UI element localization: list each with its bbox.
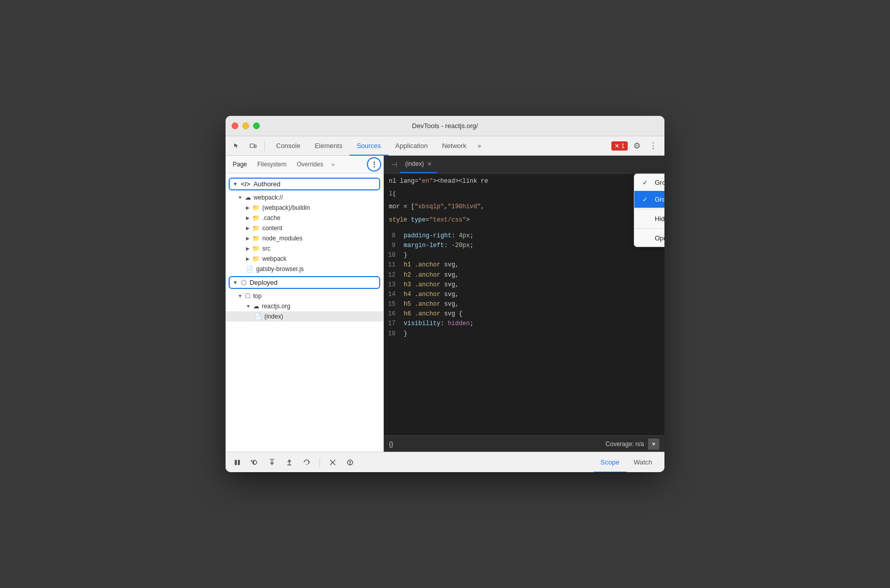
tree-item-node-modules[interactable]: ▶ 📁 node_modules — [226, 233, 383, 243]
file-tree: ▼ </> Authored ▼ ☁ webpack:// ▶ 📁 (webpa… — [226, 174, 383, 452]
tab-console[interactable]: Console — [269, 136, 308, 156]
editor-file-tab[interactable]: (index) ✕ — [400, 156, 437, 173]
code-line-16: 16 h6 .anchor svg { — [384, 309, 664, 319]
menu-label: Open file — [655, 234, 664, 242]
sub-tab-page[interactable]: Page — [228, 156, 252, 173]
watch-tab[interactable]: Watch — [627, 452, 659, 473]
pause-button[interactable] — [231, 456, 244, 469]
page-icon: ☐ — [245, 292, 251, 300]
tab-elements[interactable]: Elements — [308, 136, 350, 156]
tab-close-button[interactable]: ✕ — [427, 161, 432, 167]
tree-item-webpack-buildin[interactable]: ▶ 📁 (webpack)/buildin — [226, 203, 383, 213]
chevron-right-icon: ▶ — [246, 236, 250, 241]
sub-tab-filesystem[interactable]: Filesystem — [252, 156, 291, 173]
fullscreen-button[interactable] — [253, 122, 260, 129]
step-over-button[interactable] — [300, 456, 313, 469]
authored-label: Authored — [254, 180, 281, 188]
three-dot-icon: ⋮ — [370, 160, 378, 168]
checkmark-icon: ✓ — [642, 179, 651, 186]
tab-network[interactable]: Network — [435, 136, 474, 156]
code-line-13: 13 h3 .anchor svg, — [384, 280, 664, 290]
more-button[interactable]: ⋮ — [646, 139, 660, 153]
item-label: gatsby-browser.js — [256, 265, 304, 273]
folder-icon: 📁 — [252, 204, 260, 211]
webpack-node[interactable]: ▼ ☁ webpack:// — [226, 192, 383, 203]
coverage-dropdown-button[interactable]: ▼ — [648, 438, 659, 450]
html-line4: style type="text/css"> — [384, 215, 664, 228]
line-content: h2 .anchor svg, — [402, 271, 664, 280]
code-line-15: 15 h5 .anchor svg, — [384, 300, 664, 309]
item-label: top — [253, 292, 262, 300]
menu-item-group-by-folder[interactable]: ✓ Group by folder — [634, 174, 664, 191]
svg-rect-3 — [238, 460, 240, 465]
chevron-down-icon: ▼ — [238, 195, 242, 200]
devtools-window: DevTools - reactjs.org/ Console Elements… — [226, 116, 664, 472]
folder-icon: 📁 — [252, 214, 260, 222]
subtab-more-button[interactable]: » — [328, 161, 337, 167]
menu-label: Group by Authored/Deployed — [655, 195, 664, 203]
html-line1: nl lang="en"><head><link re — [389, 178, 488, 185]
top-toolbar: Console Elements Sources Application Net… — [226, 136, 664, 156]
deactivate-breakpoints-button[interactable] — [326, 456, 339, 469]
settings-button[interactable]: ⚙ — [630, 139, 644, 153]
step-back-button[interactable] — [248, 456, 261, 469]
inspect-element-icon[interactable] — [230, 139, 244, 153]
tab-more-button[interactable]: » — [474, 136, 485, 156]
tab-sources[interactable]: Sources — [350, 136, 388, 156]
editor-tabs: ⊣ (index) ✕ — [384, 156, 664, 174]
line-content: margin-left: -20px; — [402, 241, 664, 251]
tab-application[interactable]: Application — [388, 136, 435, 156]
tree-item-top[interactable]: ▼ ☐ top — [226, 291, 383, 301]
line-number: 9 — [384, 241, 402, 251]
pause-on-exception-button[interactable] — [343, 456, 357, 469]
bottom-tabs: Scope Watch — [594, 452, 659, 473]
tree-item-src[interactable]: ▶ 📁 src — [226, 243, 383, 254]
tree-item-reactjs-org[interactable]: ▼ ☁ reactjs.org — [226, 301, 383, 311]
tree-item-cache[interactable]: ▶ 📁 .cache — [226, 213, 383, 223]
main-tab-nav: Console Elements Sources Application Net… — [269, 136, 485, 156]
tree-item-gatsby-browser[interactable]: 📄 gatsby-browser.js — [226, 264, 383, 274]
debug-divider — [319, 458, 320, 467]
scope-tab[interactable]: Scope — [594, 452, 627, 473]
step-into-button[interactable] — [265, 456, 279, 469]
chevron-down-icon: ▼ — [233, 181, 238, 187]
menu-item-hide-ignore-listed[interactable]: Hide ignore-listed sources 🏴 — [634, 210, 664, 227]
menu-item-open-file[interactable]: Open file ⌘ P — [634, 230, 664, 247]
line-number: 15 — [384, 300, 402, 309]
error-x-icon: ✕ — [614, 142, 620, 150]
menu-item-group-by-authored[interactable]: ✓ Group by Authored/Deployed 🏴 — [634, 191, 664, 208]
step-out-button[interactable] — [283, 456, 296, 469]
minimize-button[interactable] — [242, 122, 249, 129]
line-content: padding-right: 4px; — [402, 231, 664, 241]
three-dot-menu-button[interactable]: ⋮ — [367, 157, 381, 172]
item-label: src — [262, 245, 270, 252]
authored-section-header[interactable]: ▼ </> Authored — [229, 178, 380, 190]
toggle-sidebar-button[interactable]: ⊣ — [388, 158, 400, 170]
line-number: 16 — [384, 309, 402, 319]
chevron-down-icon: ▼ — [238, 293, 242, 299]
error-badge[interactable]: ✕ 1 — [611, 141, 628, 151]
close-button[interactable] — [232, 122, 238, 129]
sub-tab-overrides[interactable]: Overrides — [291, 156, 328, 173]
sources-subtabs: Page Filesystem Overrides » ⋮ — [226, 156, 383, 174]
device-mode-icon[interactable] — [246, 139, 260, 153]
code-editor[interactable]: nl lang="en"><head><link re l( mor = ["x… — [384, 174, 664, 435]
coverage-label: Coverage: n/a — [606, 440, 644, 448]
code-line-9: 9 margin-left: -20px; — [384, 241, 664, 251]
svg-rect-1 — [255, 145, 256, 148]
line-content: h6 .anchor svg { — [402, 309, 664, 319]
format-button[interactable]: {} — [389, 440, 393, 448]
menu-label: Group by folder — [655, 179, 664, 186]
line-content: } — [402, 251, 664, 260]
tree-item-content[interactable]: ▶ 📁 content — [226, 223, 383, 233]
chevron-right-icon: ▶ — [246, 226, 250, 231]
tree-item-index-selected[interactable]: 📄 (index) — [226, 311, 383, 322]
deployed-section-header[interactable]: ▼ ⬡ Deployed — [229, 276, 380, 289]
status-bar: {} Coverage: n/a ▼ — [384, 435, 664, 452]
toolbar-divider — [264, 141, 265, 151]
svg-rect-0 — [250, 144, 254, 148]
code-line-17: 17 visibility: hidden; — [384, 319, 664, 329]
chevron-right-icon: ▶ — [246, 256, 250, 261]
tree-item-webpack[interactable]: ▶ 📁 webpack — [226, 254, 383, 264]
file-icon: 📄 — [246, 265, 254, 273]
